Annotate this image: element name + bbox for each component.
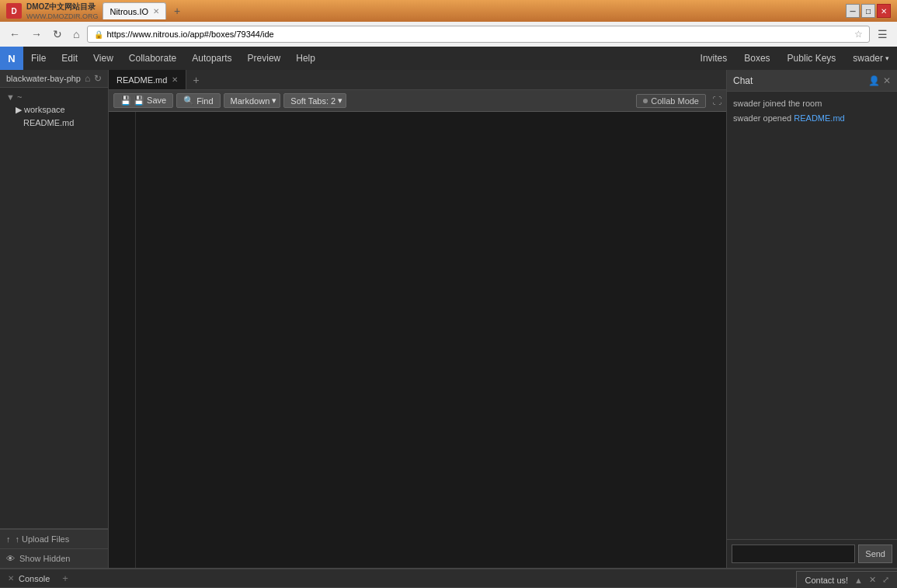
contact-up-icon[interactable]: ▲ <box>854 576 863 585</box>
markdown-dropdown[interactable]: Markdown ▾ <box>224 93 281 108</box>
contact-bar: Contact us! ▲ ✕ ⤢ <box>796 571 897 588</box>
chat-header: Chat 👤 ✕ <box>727 70 897 92</box>
tree-root[interactable]: ▼ ~ <box>0 91 108 103</box>
editor-area: README.md ✕ + 💾 💾 Save 🔍 Find Markdown ▾… <box>109 70 726 568</box>
bookmark-star-icon[interactable]: ☆ <box>854 29 863 40</box>
tree-readme[interactable]: README.md <box>0 117 108 129</box>
editor-tab-label: README.md <box>116 75 167 85</box>
sidebar-refresh-icon[interactable]: ↻ <box>94 73 102 84</box>
browser-tab[interactable]: Nitrous.IO ✕ <box>103 2 166 19</box>
editor-content <box>109 112 726 568</box>
extensions-button[interactable]: ☰ <box>874 26 891 42</box>
menu-help[interactable]: Help <box>288 47 323 70</box>
titlebar-logo: D <box>6 3 22 19</box>
menu-file[interactable]: File <box>23 47 54 70</box>
tab-title: Nitrous.IO <box>110 7 148 16</box>
collab-mode-button[interactable]: Collab Mode <box>636 94 706 108</box>
tree-workspace[interactable]: ▶ workspace <box>0 103 108 117</box>
contact-label: Contact us! <box>805 576 848 585</box>
menu-view[interactable]: View <box>85 47 121 70</box>
sidebar-home-icon[interactable]: ⌂ <box>85 73 90 84</box>
contact-expand-icon[interactable]: ⤢ <box>882 575 889 585</box>
eye-icon: 👁 <box>6 554 15 563</box>
markdown-dropdown-arrow: ▾ <box>272 96 276 106</box>
app-bar: N File Edit View Collaborate Autoparts P… <box>0 47 897 70</box>
reload-button[interactable]: ↻ <box>50 26 65 42</box>
console-tab-close[interactable]: ✕ <box>8 574 14 583</box>
console-area: ✕ Console + ⛶ <box>0 568 897 588</box>
menu-autoparts[interactable]: Autoparts <box>184 47 239 70</box>
chat-close-icon[interactable]: ✕ <box>883 75 891 86</box>
new-tab-button[interactable]: + <box>171 5 183 17</box>
tab-close-icon[interactable]: ✕ <box>153 7 159 16</box>
url-input[interactable] <box>106 30 851 39</box>
minimize-button[interactable]: ─ <box>846 4 860 18</box>
public-keys-button[interactable]: Public Keys <box>780 47 844 70</box>
close-button[interactable]: ✕ <box>877 4 891 18</box>
sidebar-footer: ↑ ↑ Upload Files 👁 Show Hidden <box>0 528 108 568</box>
save-button[interactable]: 💾 💾 Save <box>113 93 173 108</box>
menu-edit[interactable]: Edit <box>54 47 85 70</box>
editor-tab-close-icon[interactable]: ✕ <box>172 75 178 84</box>
tabs-dropdown-arrow: ▾ <box>338 96 342 106</box>
titlebar-left: D DMOZ中文网站目录 WWW.DMOZDIR.ORG Nitrous.IO … <box>6 2 183 20</box>
chat-readme-link[interactable]: README.md <box>794 113 844 123</box>
soft-tabs-dropdown[interactable]: Soft Tabs: 2 ▾ <box>283 93 346 108</box>
menu-preview[interactable]: Preview <box>240 47 289 70</box>
send-button[interactable]: Send <box>858 545 892 563</box>
file-tree: ▼ ~ ▶ workspace README.md <box>0 88 108 528</box>
sidebar: blackwater-bay-php ⌂ ↻ ▼ ~ ▶ workspace R… <box>0 70 109 568</box>
main-area: blackwater-bay-php ⌂ ↻ ▼ ~ ▶ workspace R… <box>0 70 897 568</box>
chat-input-area: Send <box>727 539 897 568</box>
upload-files-button[interactable]: ↑ ↑ Upload Files <box>0 529 108 548</box>
chat-icons: 👤 ✕ <box>868 75 891 86</box>
ssl-lock-icon: 🔒 <box>94 30 103 39</box>
app-menu: File Edit View Collaborate Autoparts Pre… <box>23 47 693 70</box>
forward-button[interactable]: → <box>28 26 45 42</box>
collab-dot-icon <box>643 99 648 103</box>
titlebar-site-url: WWW.DMOZDIR.ORG <box>26 12 98 20</box>
address-bar: 🔒 ☆ <box>87 26 870 43</box>
box-name-label: blackwater-bay-php <box>6 74 81 83</box>
find-button[interactable]: 🔍 Find <box>176 93 220 108</box>
contact-close-icon[interactable]: ✕ <box>869 575 876 585</box>
upload-icon: ↑ <box>6 534 11 544</box>
editor-tabs: README.md ✕ + <box>109 70 726 90</box>
chat-title: Chat <box>733 75 753 86</box>
code-editor[interactable] <box>136 112 726 568</box>
chat-input[interactable] <box>732 545 855 563</box>
user-menu[interactable]: swader ▾ <box>845 47 897 70</box>
editor-toolbar: 💾 💾 Save 🔍 Find Markdown ▾ Soft Tabs: 2 … <box>109 90 726 112</box>
console-tabs: ✕ Console + ⛶ <box>0 569 897 588</box>
titlebar-controls: ─ □ ✕ <box>846 4 891 18</box>
chat-message-2: swader opened README.md <box>733 113 891 124</box>
titlebar: D DMOZ中文网站目录 WWW.DMOZDIR.ORG Nitrous.IO … <box>0 0 897 22</box>
show-hidden-button[interactable]: 👁 Show Hidden <box>0 548 108 568</box>
chat-messages: swader joined the room swader opened REA… <box>727 92 897 539</box>
save-icon: 💾 <box>120 96 131 106</box>
add-console-tab-button[interactable]: + <box>57 572 73 584</box>
chat-message-1: swader joined the room <box>733 98 891 110</box>
add-editor-tab-button[interactable]: + <box>186 74 205 86</box>
menu-collaborate[interactable]: Collaborate <box>121 47 184 70</box>
app-right-menu: Invites Boxes Public Keys swader ▾ <box>693 47 897 70</box>
chat-person-icon[interactable]: 👤 <box>868 75 880 86</box>
expand-editor-icon[interactable]: ⛶ <box>712 96 721 106</box>
console-tab[interactable]: ✕ Console <box>0 569 57 587</box>
maximize-button[interactable]: □ <box>861 4 875 18</box>
titlebar-site: DMOZ中文网站目录 WWW.DMOZDIR.ORG <box>26 2 98 20</box>
line-numbers <box>109 112 136 568</box>
back-button[interactable]: ← <box>6 26 23 42</box>
console-tab-label: Console <box>19 574 50 583</box>
user-dropdown-arrow: ▾ <box>885 54 889 62</box>
sidebar-header: blackwater-bay-php ⌂ ↻ <box>0 70 108 88</box>
home-button[interactable]: ⌂ <box>70 26 82 42</box>
nitrous-logo: N <box>0 47 23 70</box>
editor-tab-readme[interactable]: README.md ✕ <box>109 70 186 89</box>
find-icon: 🔍 <box>183 96 194 106</box>
titlebar-site-name: DMOZ中文网站目录 <box>26 2 98 12</box>
nav-bar: ← → ↻ ⌂ 🔒 ☆ ☰ <box>0 22 897 47</box>
chat-panel: Chat 👤 ✕ swader joined the room swader o… <box>726 70 897 568</box>
invites-button[interactable]: Invites <box>693 47 735 70</box>
boxes-button[interactable]: Boxes <box>736 47 777 70</box>
